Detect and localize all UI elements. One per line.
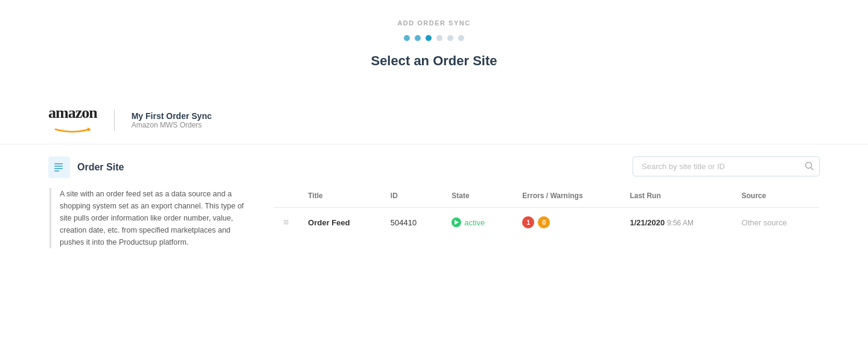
col-id: ID xyxy=(381,184,442,208)
sync-name: My First Order Sync xyxy=(132,111,212,121)
order-site-icon xyxy=(48,156,70,178)
order-site-description: A site with an order feed set as a data … xyxy=(49,188,254,248)
search-bar-row xyxy=(273,156,820,176)
col-title: Title xyxy=(298,184,380,208)
sync-subtitle: Amazon MWS Orders xyxy=(132,121,212,129)
lastrun-date: 1/21/2020 xyxy=(630,218,665,227)
order-site-header: Order Site xyxy=(48,156,254,178)
step-dot-4 xyxy=(436,35,442,41)
col-source: Source xyxy=(732,184,820,208)
svg-rect-4 xyxy=(54,170,59,172)
search-icon xyxy=(805,161,814,170)
lastrun-time: 9:56 AM xyxy=(667,219,694,227)
search-button[interactable] xyxy=(805,161,814,172)
source-cell: Other source xyxy=(732,208,820,237)
source-label: Other source xyxy=(742,218,787,227)
svg-line-6 xyxy=(811,167,814,170)
col-errors: Errors / Warnings xyxy=(512,184,620,208)
lastrun-cell: 1/21/2020 9:56 AM xyxy=(620,208,732,237)
table-header: Title ID State Errors / Warnings Last Ru… xyxy=(273,184,820,208)
col-state: State xyxy=(442,184,512,208)
svg-rect-3 xyxy=(54,168,63,169)
svg-marker-0 xyxy=(88,127,91,131)
col-lastrun: Last Run xyxy=(620,184,732,208)
errors-cell: 1 0 xyxy=(512,208,620,237)
sites-table: Title ID State Errors / Warnings Last Ru… xyxy=(273,184,820,237)
status-text: active xyxy=(464,218,485,227)
id-cell: 504410 xyxy=(381,208,442,237)
search-input[interactable] xyxy=(633,156,820,176)
drag-cell: ≡ xyxy=(273,208,299,237)
brand-bar: amazon My First Order Sync Amazon MWS Or… xyxy=(0,97,868,144)
table-body: ≡ Order Feed 504410 active 1 0 1/21/2020… xyxy=(273,208,820,237)
left-panel: Order Site A site with an order feed set… xyxy=(48,156,254,248)
page-section-title: Select an Order Site xyxy=(0,53,868,69)
search-wrap xyxy=(633,156,820,176)
warning-count-badge: 0 xyxy=(538,216,550,228)
step-dot-5 xyxy=(447,35,453,41)
errors-wrap: 1 0 xyxy=(522,216,610,228)
order-site-title: Order Site xyxy=(77,162,124,173)
error-count-badge: 1 xyxy=(522,216,534,228)
page-header: ADD ORDER SYNC Select an Order Site xyxy=(0,0,868,97)
step-dot-2 xyxy=(415,35,421,41)
svg-rect-2 xyxy=(54,166,63,167)
col-drag xyxy=(273,184,299,208)
wizard-title: ADD ORDER SYNC xyxy=(0,19,868,27)
table-header-row: Title ID State Errors / Warnings Last Ru… xyxy=(273,184,820,208)
table-row[interactable]: ≡ Order Feed 504410 active 1 0 1/21/2020… xyxy=(273,208,820,237)
status-badge: active xyxy=(452,218,485,227)
title-cell: Order Feed xyxy=(298,208,380,237)
step-dot-6 xyxy=(458,35,464,41)
step-dot-1 xyxy=(404,35,410,41)
step-dot-3 xyxy=(426,35,432,41)
amazon-logo: amazon xyxy=(48,104,97,137)
brand-divider xyxy=(114,109,115,131)
step-indicators xyxy=(0,35,868,41)
main-content: Order Site A site with an order feed set… xyxy=(0,144,868,260)
drag-handle-icon: ≡ xyxy=(283,217,289,227)
brand-info: My First Order Sync Amazon MWS Orders xyxy=(132,111,212,129)
state-cell: active xyxy=(442,208,512,237)
svg-rect-1 xyxy=(54,163,63,164)
status-play-icon xyxy=(452,218,461,227)
right-panel: Title ID State Errors / Warnings Last Ru… xyxy=(273,156,820,248)
